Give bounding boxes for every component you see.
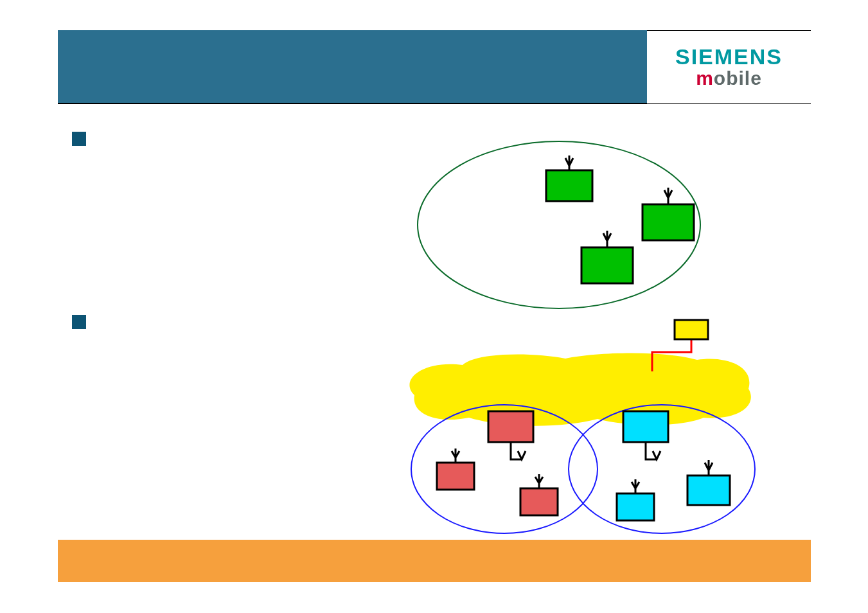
bullet-marker — [72, 132, 86, 146]
cloud-shape — [409, 353, 750, 426]
svg-rect-3 — [675, 320, 708, 339]
node-red-gateway — [488, 411, 533, 459]
node-controller — [675, 320, 708, 339]
svg-rect-4 — [488, 411, 533, 442]
slide: SIEMENS mobile — [0, 0, 868, 613]
logo-text-sub: mobile — [696, 67, 762, 89]
svg-rect-8 — [617, 493, 654, 520]
node-cyan — [617, 479, 654, 520]
brand-logo: SIEMENS mobile — [647, 30, 811, 104]
svg-rect-6 — [520, 488, 558, 515]
node-green — [546, 155, 592, 201]
svg-rect-0 — [546, 170, 592, 201]
node-red — [437, 449, 474, 490]
svg-rect-5 — [437, 463, 474, 490]
node-green — [642, 188, 694, 240]
node-green — [581, 231, 633, 283]
node-cyan — [687, 460, 730, 505]
footer-bar — [58, 540, 811, 582]
node-red — [520, 474, 558, 515]
bullet-marker — [72, 315, 86, 329]
logo-text-main: SIEMENS — [675, 46, 783, 67]
svg-rect-9 — [687, 475, 730, 505]
svg-rect-1 — [642, 204, 694, 240]
svg-rect-7 — [623, 411, 668, 442]
svg-rect-2 — [581, 247, 633, 283]
node-cyan-gateway — [623, 411, 668, 459]
